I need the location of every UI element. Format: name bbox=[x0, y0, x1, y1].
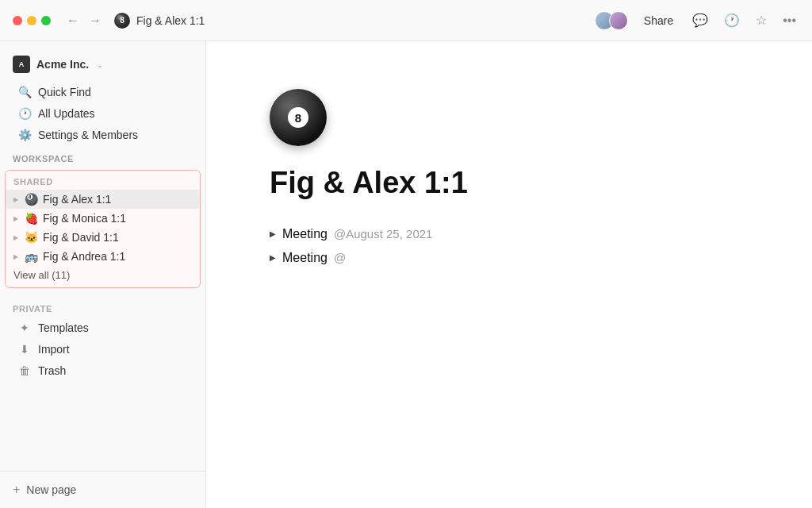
share-button[interactable]: Share bbox=[638, 11, 680, 30]
shared-item-label-fig-alex: Fig & Alex 1:1 bbox=[43, 193, 111, 206]
clock-icon: 🕐 bbox=[17, 107, 32, 120]
bullet-icon-2: ▶ bbox=[270, 253, 276, 262]
nav-arrows: ← → bbox=[63, 12, 105, 29]
comment-icon[interactable]: 💬 bbox=[689, 10, 711, 31]
sidebar-item-fig-david[interactable]: ▶ 🐱 Fig & David 1:1 bbox=[6, 228, 200, 247]
avatar-group bbox=[595, 11, 628, 30]
sidebar-item-fig-monica[interactable]: ▶ 🍓 Fig & Monica 1:1 bbox=[6, 209, 200, 228]
page-title[interactable]: Fig & Alex 1:1 bbox=[270, 165, 749, 202]
sidebar-item-fig-alex[interactable]: ▶ 🎱 Fig & Alex 1:1 bbox=[6, 190, 200, 209]
new-page-label: New page bbox=[26, 483, 76, 496]
shared-section: SHARED ▶ 🎱 Fig & Alex 1:1 ▶ 🍓 Fig & Moni… bbox=[5, 170, 201, 288]
history-icon[interactable]: 🕐 bbox=[721, 10, 743, 31]
sidebar: A Acme Inc. ⌄ 🔍 Quick Find 🕐 All Updates… bbox=[0, 41, 206, 508]
private-section: PRIVATE ✦ Templates ⬇ Import 🗑 Trash bbox=[0, 291, 205, 388]
meeting-date-2: @ bbox=[334, 251, 346, 264]
meeting-item-2[interactable]: ▶ Meeting @ bbox=[270, 251, 749, 265]
close-button[interactable] bbox=[13, 16, 22, 25]
shared-item-label-fig-david: Fig & David 1:1 bbox=[43, 231, 119, 244]
sidebar-item-trash[interactable]: 🗑 Trash bbox=[5, 360, 201, 381]
expand-icon-4: ▶ bbox=[13, 253, 18, 260]
expand-icon-3: ▶ bbox=[13, 234, 18, 241]
shared-section-label: SHARED bbox=[6, 174, 200, 190]
minimize-button[interactable] bbox=[27, 16, 36, 25]
sidebar-trash-label: Trash bbox=[38, 364, 66, 377]
meeting-list: ▶ Meeting @August 25, 2021 ▶ Meeting @ bbox=[270, 227, 749, 265]
page-ball-icon: 8 bbox=[114, 13, 130, 29]
sidebar-bottom: + New page bbox=[0, 471, 205, 508]
workspace-name: Acme Inc. bbox=[36, 58, 89, 71]
plus-icon: + bbox=[13, 483, 20, 497]
sidebar-templates-label: Templates bbox=[38, 321, 89, 334]
new-page-button[interactable]: + New page bbox=[0, 471, 205, 508]
titlebar-page-title: Fig & Alex 1:1 bbox=[136, 14, 205, 27]
sidebar-item-templates[interactable]: ✦ Templates bbox=[5, 318, 201, 338]
workspace-switcher[interactable]: A Acme Inc. ⌄ bbox=[0, 48, 205, 81]
page-header: 8 Fig & Alex 1:1 bbox=[270, 89, 749, 202]
meeting-label-1: Meeting bbox=[282, 227, 327, 241]
more-icon[interactable]: ••• bbox=[779, 10, 799, 31]
import-icon: ⬇ bbox=[17, 343, 32, 356]
maximize-button[interactable] bbox=[41, 16, 51, 25]
main-content: 8 Fig & Alex 1:1 ▶ Meeting @August 25, 2… bbox=[206, 41, 812, 508]
search-icon: 🔍 bbox=[17, 86, 32, 98]
back-button[interactable]: ← bbox=[63, 12, 82, 29]
traffic-lights bbox=[13, 16, 51, 25]
meeting-date-1: @August 25, 2021 bbox=[334, 227, 432, 241]
sidebar-allupdates-label: All Updates bbox=[38, 107, 95, 120]
workspace-chevron-icon: ⌄ bbox=[97, 60, 103, 69]
avatar-user2 bbox=[609, 11, 628, 30]
page-emoji-fig-david: 🐱 bbox=[25, 231, 38, 244]
sidebar-settings-label: Settings & Members bbox=[38, 129, 138, 141]
gear-icon: ⚙️ bbox=[17, 129, 32, 141]
expand-icon-2: ▶ bbox=[13, 215, 18, 222]
page-emoji-fig-alex: 🎱 bbox=[25, 193, 38, 206]
sidebar-item-settings[interactable]: ⚙️ Settings & Members bbox=[5, 125, 201, 145]
shared-item-label-fig-andrea: Fig & Andrea 1:1 bbox=[43, 250, 125, 263]
shared-item-label-fig-monica: Fig & Monica 1:1 bbox=[43, 212, 126, 225]
page-emoji-fig-monica: 🍓 bbox=[25, 212, 38, 225]
sidebar-item-quickfind[interactable]: 🔍 Quick Find bbox=[5, 82, 201, 102]
sidebar-quickfind-label: Quick Find bbox=[38, 86, 91, 98]
private-section-label: PRIVATE bbox=[0, 298, 205, 317]
meeting-label-2: Meeting bbox=[282, 251, 327, 265]
ball-number: 8 bbox=[288, 107, 308, 128]
page-icon-title: 8 Fig & Alex 1:1 bbox=[114, 13, 585, 29]
sidebar-item-import[interactable]: ⬇ Import bbox=[5, 339, 201, 360]
meeting-item-1[interactable]: ▶ Meeting @August 25, 2021 bbox=[270, 227, 749, 241]
titlebar-right: Share 💬 🕐 ☆ ••• bbox=[595, 10, 799, 31]
sidebar-top: A Acme Inc. ⌄ 🔍 Quick Find 🕐 All Updates… bbox=[0, 41, 205, 394]
workspace-logo: A bbox=[13, 56, 30, 73]
templates-icon: ✦ bbox=[17, 321, 32, 334]
workspace-section-label: WORKSPACE bbox=[0, 146, 205, 167]
view-all-link[interactable]: View all (11) bbox=[6, 266, 200, 284]
titlebar: ← → 8 Fig & Alex 1:1 Share 💬 🕐 ☆ ••• bbox=[0, 0, 812, 41]
forward-button[interactable]: → bbox=[86, 12, 105, 29]
main-layout: A Acme Inc. ⌄ 🔍 Quick Find 🕐 All Updates… bbox=[0, 41, 812, 508]
expand-icon: ▶ bbox=[13, 196, 18, 203]
star-icon[interactable]: ☆ bbox=[753, 10, 770, 31]
page-icon[interactable]: 8 bbox=[270, 89, 327, 146]
sidebar-import-label: Import bbox=[38, 343, 70, 356]
trash-icon: 🗑 bbox=[17, 364, 32, 377]
bullet-icon-1: ▶ bbox=[270, 229, 276, 238]
sidebar-item-allupdates[interactable]: 🕐 All Updates bbox=[5, 103, 201, 124]
sidebar-item-fig-andrea[interactable]: ▶ 🚌 Fig & Andrea 1:1 bbox=[6, 247, 200, 266]
page-emoji-fig-andrea: 🚌 bbox=[25, 250, 38, 263]
